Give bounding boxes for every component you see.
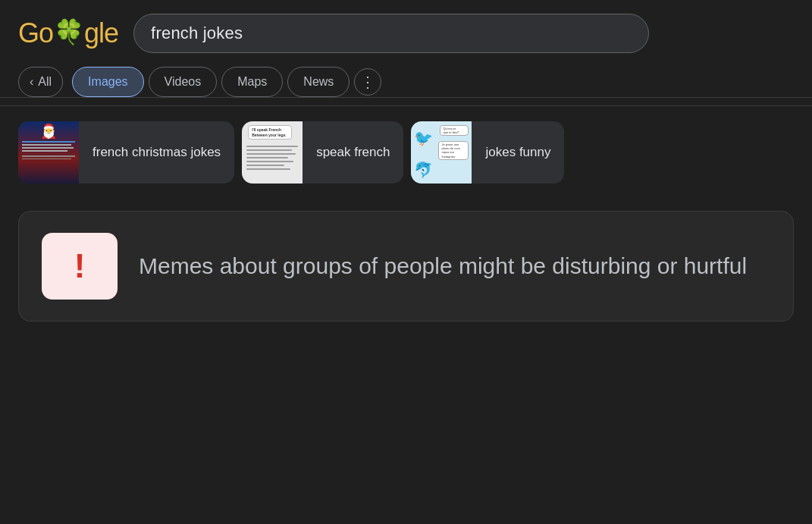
related-card-speak[interactable]: I'll speak FrenchBetween your legs. spea… (242, 121, 403, 184)
related-card-funny[interactable]: Qu'est-ceque tu fais? Je poste unephoto … (411, 121, 564, 184)
tab-maps[interactable]: Maps (221, 67, 283, 97)
tab-images[interactable]: Images (72, 67, 143, 97)
tab-news[interactable]: News (287, 67, 350, 97)
related-card-christmas[interactable]: 🎅 french christmas jokes (18, 121, 234, 184)
tab-maps-label: Maps (237, 75, 267, 88)
tab-news-label: News (303, 75, 334, 88)
related-card-funny-image: Qu'est-ceque tu fais? Je poste unephoto … (411, 121, 472, 184)
tab-videos-label: Videos (165, 75, 202, 88)
logo-clover-icon: 🍀 (54, 17, 83, 46)
related-card-christmas-label: french christmas jokes (79, 145, 234, 160)
warning-box: ! Memes about groups of people might be … (18, 211, 794, 322)
header: G o 🍀 g l e french jokes (0, 0, 812, 64)
logo-letter-o1: o (39, 17, 53, 49)
search-bar[interactable]: french jokes (133, 14, 649, 53)
related-card-speak-label: speak french (303, 145, 403, 160)
warning-icon-container: ! (42, 233, 118, 300)
logo-letter-g: G (18, 17, 39, 49)
logo-letter-e: e (104, 17, 118, 49)
related-card-funny-label: jokes funny (472, 145, 564, 160)
tab-all-label: All (38, 75, 52, 89)
related-searches: 🎅 french christmas jokes I'll s (0, 106, 812, 184)
search-query-text: french jokes (151, 24, 243, 43)
related-card-speak-image: I'll speak FrenchBetween your legs. (242, 121, 303, 184)
logo-letter-g2: g (84, 17, 99, 49)
tab-all-back[interactable]: ‹ All (18, 67, 63, 97)
warning-section: ! Memes about groups of people might be … (0, 196, 812, 337)
tab-images-label: Images (88, 75, 127, 88)
tab-videos[interactable]: Videos (149, 67, 218, 97)
chevron-left-icon: ‹ (30, 75, 33, 89)
more-dots-icon: ⋮ (360, 73, 375, 91)
related-card-christmas-image: 🎅 (18, 121, 79, 184)
search-tabs: ‹ All Images Videos Maps News ⋮ (0, 67, 812, 98)
tabs-more-button[interactable]: ⋮ (354, 68, 381, 96)
google-logo[interactable]: G o 🍀 g l e (18, 17, 118, 49)
warning-exclamation-icon: ! (74, 249, 86, 283)
warning-text: Memes about groups of people might be di… (139, 251, 747, 282)
logo-letter-l: l (99, 17, 104, 49)
